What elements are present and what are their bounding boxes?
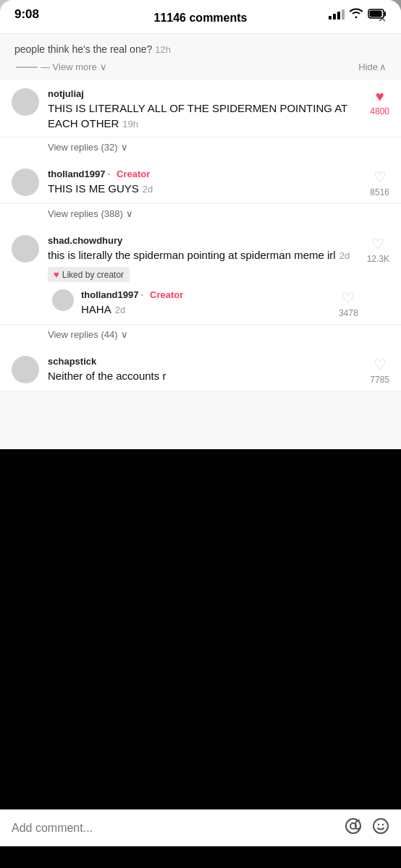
- comments-list: people think he's the real one?12h — Vie…: [0, 34, 401, 449]
- wifi-icon: [349, 8, 363, 21]
- like-icon[interactable]: ♡: [371, 235, 384, 252]
- comment-time: 2d: [143, 184, 153, 195]
- liked-by-creator-badge: ♥ Liked by creator: [48, 267, 130, 282]
- comment-body: shad.chowdhury this is literally the spi…: [48, 235, 358, 318]
- comment-username: shad.chowdhury: [48, 235, 358, 246]
- reply-time: 2d: [115, 305, 125, 315]
- home-indicator: [153, 859, 248, 862]
- mention-icon[interactable]: [345, 817, 362, 839]
- comment-body: tholland1997·Creator THIS IS ME GUYS2d: [48, 169, 361, 196]
- emoji-icon[interactable]: [372, 817, 389, 839]
- parent-comment-text: people think he's the real one?: [14, 43, 152, 55]
- reply-username: tholland1997·Creator: [81, 289, 332, 300]
- status-icons: [329, 8, 387, 21]
- heart-icon: ♥: [54, 269, 59, 280]
- comment-time: 2d: [339, 250, 350, 261]
- view-more-row: — View more ∨ Hide ∧: [0, 59, 401, 80]
- video-background: ‹ You think your life sucks? Someone mad…: [0, 0, 401, 282]
- hide-label: Hide: [358, 61, 378, 72]
- like-section: ♡ 8516: [370, 169, 389, 197]
- avatar: [12, 88, 39, 116]
- reply-item: tholland1997·Creator HAHA2d ♡ 3478: [48, 289, 358, 318]
- creator-badge: Creator: [150, 289, 183, 300]
- status-bar: 9:08: [0, 0, 401, 26]
- status-time: 9:08: [14, 7, 39, 22]
- comment-time: 19h: [122, 119, 138, 129]
- svg-point-6: [378, 824, 379, 825]
- avatar: [12, 356, 39, 383]
- like-count: 4800: [370, 106, 389, 116]
- view-replies-row: View replies (32) ∨: [0, 137, 401, 160]
- comment-body: schapstick Neither of the accounts r: [48, 356, 361, 383]
- comments-panel: 11146 comments × people think he's the r…: [0, 0, 401, 449]
- creator-badge: Creator: [117, 169, 150, 179]
- reply-like-icon[interactable]: ♡: [342, 289, 355, 307]
- view-more-button[interactable]: — View more ∨: [14, 61, 107, 72]
- comment-item: schapstick Neither of the accounts r ♡ 7…: [0, 347, 401, 391]
- signal-bars-icon: [329, 9, 345, 20]
- like-icon[interactable]: ♥: [376, 88, 384, 105]
- like-section: ♥ 4800: [370, 88, 389, 116]
- avatar: [12, 169, 39, 196]
- view-more-label: — View more: [41, 61, 97, 72]
- comment-username: schapstick: [48, 356, 361, 367]
- like-count: 12.3K: [367, 254, 389, 264]
- svg-rect-2: [384, 12, 386, 16]
- chevron-up-icon: ∧: [379, 61, 387, 72]
- comment-text: THIS IS LITERALLY ALL OF THE SPIDERMEN P…: [48, 101, 361, 131]
- comment-item: shad.chowdhury this is literally the spi…: [0, 226, 401, 325]
- reply-text: HAHA2d: [81, 302, 332, 317]
- view-replies-button[interactable]: View replies (44) ∨: [48, 329, 389, 340]
- battery-icon: [368, 9, 387, 21]
- comment-text: THIS IS ME GUYS2d: [48, 181, 361, 196]
- bottom-spacer: [0, 391, 401, 449]
- comment-username: tholland1997·Creator: [48, 169, 361, 179]
- comment-username: notjuliaj: [48, 88, 361, 99]
- svg-point-7: [382, 824, 384, 825]
- like-icon[interactable]: ♡: [373, 169, 387, 186]
- comment-item: tholland1997·Creator THIS IS ME GUYS2d ♡…: [0, 160, 401, 204]
- comment-text: Neither of the accounts r: [48, 368, 361, 383]
- reply-body: tholland1997·Creator HAHA2d: [81, 289, 332, 317]
- comment-body: notjuliaj THIS IS LITERALLY ALL OF THE S…: [48, 88, 361, 131]
- view-replies-row: View replies (44) ∨: [0, 325, 401, 347]
- chevron-down-icon: ∨: [100, 61, 107, 72]
- like-section: ♡ 12.3K: [367, 235, 389, 264]
- add-comment-input[interactable]: [12, 822, 336, 835]
- view-replies-button[interactable]: View replies (32) ∨: [48, 142, 389, 153]
- like-count: 8516: [370, 187, 389, 197]
- view-replies-button[interactable]: View replies (388) ∨: [48, 208, 389, 219]
- hide-button[interactable]: Hide ∧: [358, 61, 387, 72]
- chevron-down-icon: ∨: [126, 208, 133, 219]
- avatar: [12, 235, 39, 263]
- parent-comment-time: 12h: [155, 44, 171, 55]
- reply-like-count: 3478: [339, 308, 358, 318]
- input-icons: [345, 817, 389, 839]
- view-replies-row: View replies (388) ∨: [0, 204, 401, 226]
- svg-point-5: [373, 819, 388, 833]
- like-section: ♡ 7785: [370, 356, 389, 385]
- comment-text: this is literally the spiderman pointing…: [48, 247, 358, 263]
- comment-item: notjuliaj THIS IS LITERALLY ALL OF THE S…: [0, 80, 401, 137]
- like-icon[interactable]: ♡: [373, 356, 387, 373]
- chevron-down-icon: ∨: [121, 142, 128, 153]
- reply-like-section: ♡ 3478: [339, 289, 358, 318]
- svg-rect-1: [370, 10, 382, 17]
- reply-avatar: [52, 289, 74, 311]
- parent-comment: people think he's the real one?12h: [0, 34, 401, 59]
- chevron-down-icon: ∨: [121, 329, 128, 340]
- like-count: 7785: [370, 375, 389, 385]
- add-comment-bar: [0, 809, 401, 846]
- divider: [16, 67, 38, 68]
